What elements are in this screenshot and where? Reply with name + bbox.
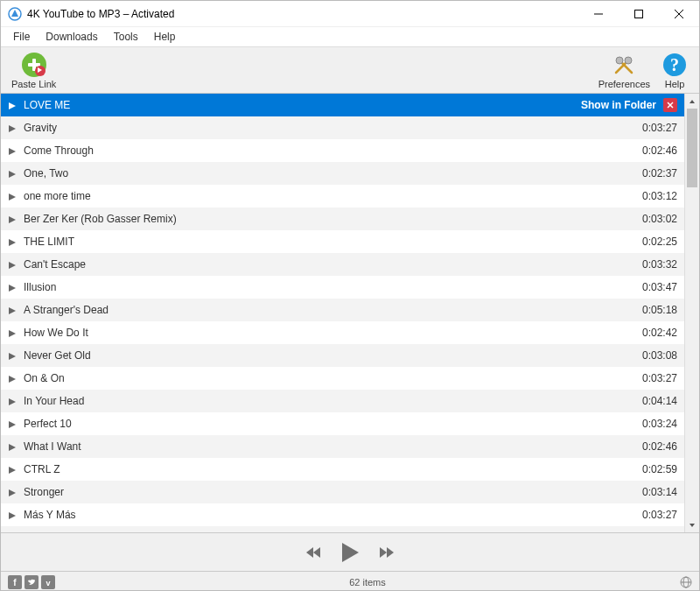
track-row[interactable]: Ber Zer Ker (Rob Gasser Remix)0:03:02 <box>1 208 684 230</box>
menu-file[interactable]: File <box>6 29 37 45</box>
svg-text:f: f <box>13 578 17 587</box>
scroll-down-button[interactable] <box>685 517 699 532</box>
track-title: How We Do It <box>24 327 632 339</box>
track-duration: 0:03:27 <box>632 509 677 521</box>
track-title: Illusion <box>24 281 632 293</box>
track-duration: 0:03:47 <box>632 281 677 293</box>
play-icon <box>8 397 17 405</box>
twitter-icon[interactable] <box>24 575 38 589</box>
track-duration: 0:02:42 <box>632 327 677 339</box>
track-row[interactable]: On & On0:03:27 <box>1 367 684 390</box>
track-title: Perfect 10 <box>24 418 632 430</box>
track-row[interactable]: THE LIMIT0:02:25 <box>1 230 684 253</box>
track-row[interactable]: Gravity0:03:27 <box>1 116 684 139</box>
track-duration: 0:02:25 <box>632 236 677 248</box>
track-title: Hollow Life <box>24 531 632 532</box>
track-row[interactable]: one more time0:03:12 <box>1 185 684 208</box>
track-row[interactable]: Can't Escape0:03:32 <box>1 253 684 276</box>
track-title: CTRL Z <box>24 463 632 475</box>
track-row[interactable]: Illusion0:03:47 <box>1 276 684 299</box>
play-button[interactable] <box>340 541 360 564</box>
track-title: One, Two <box>24 167 632 179</box>
track-row[interactable]: In Your Head0:04:14 <box>1 390 684 412</box>
remove-track-button[interactable] <box>663 98 677 112</box>
track-list-container: LOVE MEShow in FolderGravity0:03:27Come … <box>1 94 699 532</box>
play-icon <box>8 283 17 292</box>
track-row[interactable]: Come Through0:02:46 <box>1 139 684 162</box>
play-icon <box>8 306 17 314</box>
play-icon <box>8 510 17 519</box>
menu-downloads[interactable]: Downloads <box>38 29 104 45</box>
track-row[interactable]: What I Want0:02:46 <box>1 435 684 458</box>
app-icon <box>8 7 22 21</box>
track-title: Can't Escape <box>24 258 632 271</box>
play-icon <box>8 260 17 269</box>
help-button[interactable]: ? Help <box>655 49 694 91</box>
paste-link-icon <box>20 51 48 79</box>
help-icon: ? <box>661 51 689 79</box>
menu-tools[interactable]: Tools <box>107 29 145 45</box>
play-icon <box>8 419 17 428</box>
play-icon <box>8 169 17 178</box>
play-icon <box>8 465 17 474</box>
track-title: Más Y Más <box>24 509 632 521</box>
track-row[interactable]: LOVE MEShow in Folder <box>1 94 684 116</box>
track-row[interactable]: Perfect 100:03:24 <box>1 412 684 435</box>
play-icon <box>8 146 17 155</box>
svg-rect-2 <box>635 11 643 18</box>
toolbar: Paste Link Preferences ? Help <box>1 46 699 94</box>
track-row[interactable]: A Stranger's Dead0:05:18 <box>1 299 684 321</box>
track-row[interactable]: Más Y Más0:03:27 <box>1 503 684 526</box>
paste-link-button[interactable]: Paste Link <box>6 49 61 91</box>
social-icons: f v <box>8 575 55 589</box>
svg-point-11 <box>625 57 632 64</box>
track-duration: 0:03:59 <box>632 531 677 532</box>
menu-help[interactable]: Help <box>147 29 183 45</box>
statusbar: f v 62 items <box>1 571 699 591</box>
maximize-button[interactable] <box>619 1 659 27</box>
play-icon <box>8 237 17 246</box>
track-duration: 0:03:24 <box>632 418 677 430</box>
facebook-icon[interactable]: f <box>8 575 22 589</box>
scroll-thumb[interactable] <box>687 109 697 187</box>
play-icon <box>8 351 17 360</box>
preferences-button[interactable]: Preferences <box>593 49 655 91</box>
track-row[interactable]: CTRL Z0:02:59 <box>1 458 684 481</box>
play-icon <box>8 374 17 383</box>
track-row[interactable]: Stronger0:03:14 <box>1 481 684 503</box>
track-duration: 0:03:14 <box>632 486 677 498</box>
play-icon <box>8 488 17 496</box>
window-controls <box>578 1 699 26</box>
close-button[interactable] <box>659 1 699 27</box>
help-label: Help <box>665 79 685 89</box>
track-row[interactable]: Hollow Life0:03:59 <box>1 526 684 532</box>
preferences-icon <box>610 51 638 79</box>
show-in-folder-link[interactable]: Show in Folder <box>581 99 656 111</box>
track-duration: 0:05:18 <box>632 304 677 316</box>
play-icon <box>8 328 17 337</box>
track-duration: 0:03:12 <box>632 190 677 202</box>
scroll-up-button[interactable] <box>685 94 699 109</box>
status-count: 62 items <box>55 577 680 587</box>
window-title: 4K YouTube to MP3 – Activated <box>27 8 578 20</box>
track-title: What I Want <box>24 440 632 453</box>
track-duration: 0:03:08 <box>632 349 677 362</box>
track-title: one more time <box>24 190 632 202</box>
globe-icon[interactable] <box>680 576 692 588</box>
track-duration: 0:03:32 <box>632 258 677 271</box>
next-button[interactable] <box>376 545 396 560</box>
track-row[interactable]: One, Two0:02:37 <box>1 162 684 185</box>
previous-button[interactable] <box>304 545 324 560</box>
minimize-button[interactable] <box>578 1 619 27</box>
track-title: THE LIMIT <box>24 236 632 248</box>
track-duration: 0:03:27 <box>632 372 677 384</box>
track-row[interactable]: Never Get Old0:03:08 <box>1 344 684 367</box>
player-controls <box>1 532 699 571</box>
vimeo-icon[interactable]: v <box>41 575 55 589</box>
track-row[interactable]: How We Do It0:02:42 <box>1 321 684 344</box>
track-title: In Your Head <box>24 395 632 407</box>
track-duration: 0:02:46 <box>632 440 677 453</box>
svg-text:?: ? <box>670 55 679 74</box>
play-icon <box>8 192 17 201</box>
scrollbar[interactable] <box>684 94 699 532</box>
